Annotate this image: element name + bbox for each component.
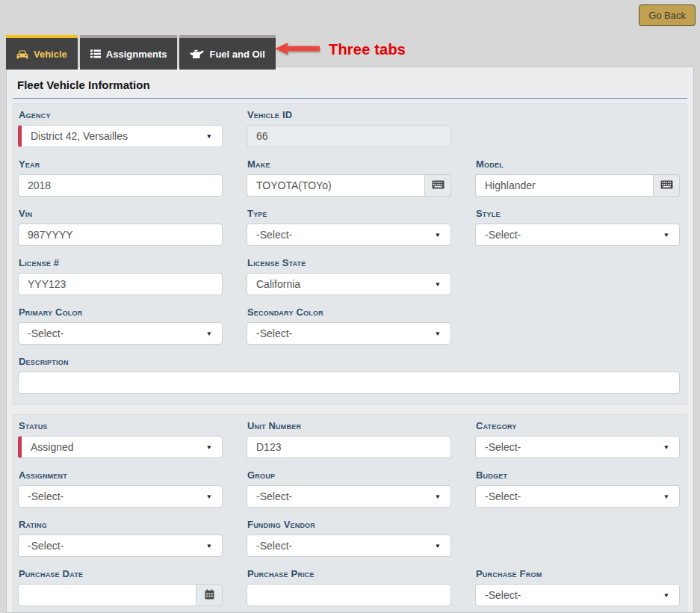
assignment-label: Assignment bbox=[19, 469, 223, 481]
keyboard-icon bbox=[660, 180, 673, 191]
funding-vendor-select-value: -Select- bbox=[256, 540, 292, 552]
agency-select-value: District 42, Versailles bbox=[31, 130, 128, 142]
primary-color-select-value: -Select- bbox=[28, 327, 64, 339]
field-budget: Budget -Select- bbox=[475, 468, 680, 508]
year-input[interactable] bbox=[18, 174, 223, 197]
vehicle-id-label: Vehicle ID bbox=[247, 109, 451, 120]
field-year: Year bbox=[18, 157, 223, 197]
field-agency: Agency District 42, Versailles bbox=[18, 108, 223, 147]
go-back-button[interactable]: Go Back bbox=[639, 4, 696, 26]
field-group: Group -Select- bbox=[247, 468, 451, 508]
rating-select[interactable]: -Select- bbox=[18, 535, 223, 557]
status-purchase-section: Status Assigned Unit Number Category -Se… bbox=[13, 414, 687, 613]
assignment-select[interactable]: -Select- bbox=[18, 485, 223, 508]
car-icon bbox=[16, 49, 28, 59]
primary-color-label: Primary Color bbox=[19, 306, 223, 318]
description-label: Description bbox=[19, 356, 680, 367]
tab-bar: Vehicle Assignments Fuel and Oil bbox=[6, 35, 276, 70]
budget-select-value: -Select- bbox=[485, 490, 521, 502]
type-select-value: -Select- bbox=[256, 229, 292, 241]
type-select[interactable]: -Select- bbox=[247, 224, 451, 246]
secondary-color-label: Secondary Color bbox=[247, 306, 451, 318]
category-select-value: -Select- bbox=[485, 441, 521, 453]
annotation-text: Three tabs bbox=[329, 41, 406, 58]
year-label: Year bbox=[19, 158, 223, 170]
field-license-state: License State California bbox=[247, 256, 451, 295]
purchase-from-select[interactable]: -Select- bbox=[475, 584, 680, 606]
funding-vendor-select[interactable]: -Select- bbox=[247, 535, 451, 557]
secondary-color-select-value: -Select- bbox=[256, 327, 292, 339]
field-description: Description bbox=[18, 354, 680, 394]
arrow-left-icon bbox=[275, 42, 320, 58]
make-input[interactable] bbox=[247, 174, 424, 197]
vin-input[interactable] bbox=[18, 224, 223, 246]
purchase-from-select-value: -Select- bbox=[485, 589, 521, 601]
model-keyboard-button[interactable] bbox=[653, 174, 680, 197]
calendar-icon bbox=[205, 589, 214, 602]
tab-fuel-and-oil[interactable]: Fuel and Oil bbox=[179, 35, 275, 70]
budget-label: Budget bbox=[476, 469, 680, 481]
status-select-value: Assigned bbox=[31, 441, 74, 453]
secondary-color-select[interactable]: -Select- bbox=[247, 322, 451, 345]
rating-select-value: -Select- bbox=[28, 540, 64, 552]
assignment-select-value: -Select- bbox=[28, 490, 64, 502]
purchase-date-calendar-button[interactable] bbox=[196, 584, 223, 606]
primary-color-select[interactable]: -Select- bbox=[18, 322, 223, 345]
funding-vendor-label: Funding Vendor bbox=[247, 519, 451, 530]
style-select[interactable]: -Select- bbox=[475, 224, 680, 246]
page-title: Fleet Vehicle Information bbox=[17, 78, 683, 91]
tab-assignments[interactable]: Assignments bbox=[80, 35, 178, 70]
purchase-date-input[interactable] bbox=[18, 584, 196, 606]
vin-label: Vin bbox=[19, 208, 223, 219]
field-purchase-from: Purchase From -Select- bbox=[475, 567, 680, 606]
field-type: Type -Select- bbox=[247, 206, 451, 246]
budget-select[interactable]: -Select- bbox=[475, 485, 680, 508]
tab-label: Vehicle bbox=[34, 49, 67, 60]
license-state-select-value: California bbox=[256, 278, 300, 290]
fleet-vehicle-panel: Fleet Vehicle Information Agency Distric… bbox=[6, 67, 694, 613]
field-vin: Vin bbox=[18, 206, 223, 246]
field-make: Make bbox=[247, 157, 451, 197]
unit-number-input[interactable] bbox=[247, 436, 451, 458]
purchase-price-input[interactable] bbox=[247, 584, 451, 606]
style-select-value: -Select- bbox=[485, 229, 521, 241]
model-label: Model bbox=[476, 158, 680, 170]
tab-vehicle[interactable]: Vehicle bbox=[6, 35, 78, 70]
field-purchase-price: Purchase Price bbox=[247, 567, 451, 606]
purchase-date-label: Purchase Date bbox=[19, 568, 223, 579]
field-primary-color: Primary Color -Select- bbox=[18, 305, 223, 345]
rating-label: Rating bbox=[19, 519, 223, 530]
agency-select[interactable]: District 42, Versailles bbox=[18, 125, 223, 147]
field-model: Model bbox=[475, 157, 680, 197]
unit-number-label: Unit Number bbox=[247, 420, 451, 431]
category-select[interactable]: -Select- bbox=[475, 436, 680, 458]
license-state-select[interactable]: California bbox=[247, 273, 451, 295]
field-style: Style -Select- bbox=[475, 206, 680, 246]
field-category: Category -Select- bbox=[475, 419, 680, 458]
status-select[interactable]: Assigned bbox=[18, 436, 223, 458]
group-select-value: -Select- bbox=[256, 490, 292, 502]
description-input[interactable] bbox=[18, 372, 680, 394]
title-divider bbox=[13, 98, 687, 99]
field-license-number: License # bbox=[18, 256, 223, 295]
model-input[interactable] bbox=[475, 174, 653, 197]
status-label: Status bbox=[19, 420, 223, 431]
license-number-input[interactable] bbox=[18, 273, 223, 295]
field-funding-vendor: Funding Vendor -Select- bbox=[247, 517, 451, 557]
style-label: Style bbox=[476, 208, 680, 219]
field-unit-number: Unit Number bbox=[247, 419, 451, 458]
annotation-three-tabs: Three tabs bbox=[275, 41, 406, 58]
group-label: Group bbox=[247, 469, 451, 481]
field-rating: Rating -Select- bbox=[18, 517, 223, 557]
group-select[interactable]: -Select- bbox=[247, 485, 451, 508]
vehicle-id-input bbox=[247, 125, 451, 147]
license-number-label: License # bbox=[19, 257, 223, 268]
field-vehicle-id: Vehicle ID bbox=[247, 108, 451, 147]
vehicle-info-section: Agency District 42, Versailles Vehicle I… bbox=[13, 103, 687, 405]
oil-can-icon bbox=[190, 49, 204, 59]
tab-label: Fuel and Oil bbox=[209, 49, 264, 60]
list-icon bbox=[90, 49, 101, 58]
make-keyboard-button[interactable] bbox=[424, 174, 451, 197]
license-state-label: License State bbox=[247, 257, 451, 268]
field-assignment: Assignment -Select- bbox=[18, 468, 223, 508]
